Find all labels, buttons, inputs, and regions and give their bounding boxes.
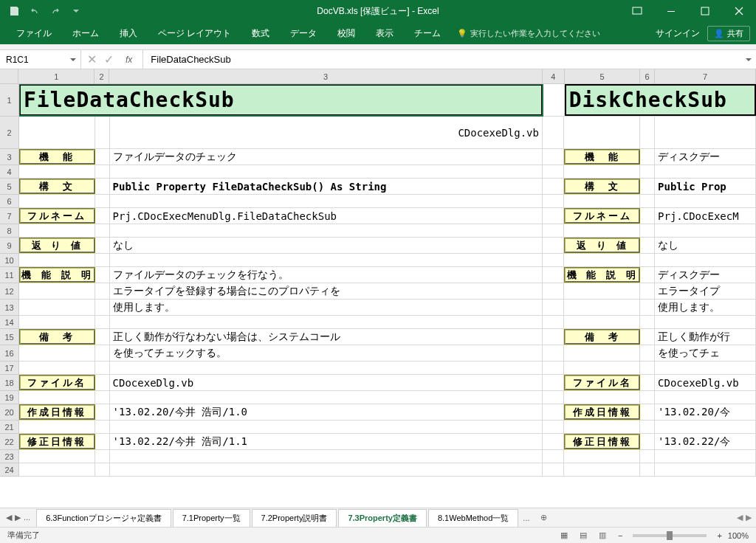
label2-fullname[interactable]: フルネーム bbox=[564, 208, 640, 224]
row-header[interactable]: 24 bbox=[0, 463, 18, 477]
cell[interactable] bbox=[640, 362, 655, 374]
row-header[interactable]: 18 bbox=[0, 375, 18, 391]
enter-icon[interactable]: ✓ bbox=[104, 52, 114, 66]
tab-formulas[interactable]: 数式 bbox=[241, 22, 280, 44]
tab-data[interactable]: データ bbox=[280, 22, 327, 44]
value-note[interactable]: 正しく動作が行なわない場合は、システムコール bbox=[110, 329, 543, 345]
cell[interactable] bbox=[110, 450, 543, 463]
cell[interactable] bbox=[640, 208, 655, 224]
label2-note[interactable]: 備 考 bbox=[564, 329, 640, 345]
row-header[interactable]: 15 bbox=[0, 329, 18, 345]
cell[interactable] bbox=[543, 195, 565, 207]
cell[interactable] bbox=[19, 450, 95, 463]
cell[interactable] bbox=[564, 195, 640, 207]
cell[interactable] bbox=[543, 267, 565, 283]
cell[interactable] bbox=[95, 224, 110, 237]
row-header[interactable]: 9 bbox=[0, 238, 18, 254]
row-header[interactable]: 3 bbox=[0, 149, 18, 165]
zoom-level[interactable]: 100% bbox=[728, 531, 749, 540]
view-normal-icon[interactable]: ▦ bbox=[554, 528, 574, 543]
sheet-tab[interactable]: 8.1WebMethod一覧 bbox=[428, 509, 518, 528]
cell[interactable] bbox=[640, 165, 655, 178]
tab-home[interactable]: ホーム bbox=[62, 22, 109, 44]
minimize-icon[interactable] bbox=[654, 0, 688, 22]
row-header[interactable]: 7 bbox=[0, 208, 18, 224]
cell[interactable] bbox=[95, 463, 110, 476]
zoom-thumb[interactable] bbox=[667, 531, 673, 540]
cell[interactable] bbox=[640, 463, 655, 476]
cell[interactable] bbox=[640, 391, 655, 404]
cell[interactable] bbox=[564, 345, 640, 361]
cell[interactable] bbox=[19, 391, 95, 404]
cell[interactable] bbox=[655, 165, 756, 178]
qat-dropdown-icon[interactable] bbox=[69, 4, 83, 18]
cell[interactable] bbox=[655, 391, 756, 404]
tab-insert[interactable]: 挿入 bbox=[109, 22, 148, 44]
row-header[interactable]: 8 bbox=[0, 224, 18, 238]
row-header[interactable]: 10 bbox=[0, 254, 18, 267]
cell[interactable] bbox=[564, 117, 640, 148]
label2-syntax[interactable]: 構 文 bbox=[564, 179, 640, 194]
cell[interactable] bbox=[95, 404, 110, 420]
cell[interactable] bbox=[110, 224, 543, 237]
cell[interactable] bbox=[640, 267, 655, 283]
cell[interactable] bbox=[543, 421, 565, 433]
cell[interactable] bbox=[543, 362, 565, 374]
cell[interactable] bbox=[564, 362, 640, 374]
label2-desc[interactable]: 機 能 説 明 bbox=[564, 267, 640, 283]
value-syntax[interactable]: Public Property FileDataCheckSub() As St… bbox=[110, 179, 543, 194]
cell[interactable] bbox=[640, 329, 655, 345]
cell[interactable] bbox=[564, 391, 640, 404]
cell[interactable] bbox=[110, 391, 543, 404]
signin-link[interactable]: サインイン bbox=[656, 27, 700, 40]
cell[interactable] bbox=[110, 254, 543, 266]
value-fullname[interactable]: Prj.CDocExecMenuDlg.FileDataCheckSub bbox=[110, 208, 543, 224]
cell[interactable] bbox=[543, 463, 565, 476]
add-sheet-icon[interactable]: ⊕ bbox=[535, 513, 553, 522]
label-created[interactable]: 作成日情報 bbox=[19, 404, 95, 420]
cell[interactable] bbox=[640, 316, 655, 328]
row-header[interactable]: 11 bbox=[0, 267, 18, 283]
row-header[interactable]: 20 bbox=[0, 404, 18, 421]
value2-desc[interactable]: ディスクデー bbox=[655, 267, 756, 283]
cell[interactable] bbox=[564, 283, 640, 299]
cell[interactable] bbox=[95, 329, 110, 345]
sheet-tab[interactable]: 6.3Functionプロシージャ定義書 bbox=[36, 509, 171, 528]
row-header[interactable]: 6 bbox=[0, 195, 18, 208]
cell[interactable] bbox=[543, 254, 565, 266]
cells-area[interactable]: FileDataCheckSubDiskCheckSubCDocexeDlg.v… bbox=[19, 84, 756, 508]
cell[interactable] bbox=[564, 421, 640, 433]
cell[interactable] bbox=[640, 345, 655, 361]
file-top[interactable]: CDocexeDlg.vb bbox=[110, 117, 543, 148]
cell[interactable] bbox=[19, 117, 95, 148]
cell[interactable] bbox=[543, 345, 565, 361]
cell[interactable] bbox=[95, 267, 110, 283]
save-icon[interactable] bbox=[7, 4, 21, 18]
cell[interactable] bbox=[655, 117, 756, 148]
cell[interactable] bbox=[19, 300, 95, 315]
row-header[interactable]: 2 bbox=[0, 117, 18, 149]
cell[interactable] bbox=[640, 434, 655, 449]
cell[interactable] bbox=[655, 463, 756, 476]
row-header[interactable]: 13 bbox=[0, 300, 18, 316]
cell[interactable] bbox=[543, 404, 565, 420]
cont[interactable]: を使ってチェックする。 bbox=[110, 345, 543, 361]
label-return[interactable]: 返 り 値 bbox=[19, 238, 95, 253]
cont2[interactable]: エラータイプ bbox=[655, 283, 756, 299]
cell[interactable] bbox=[95, 434, 110, 449]
cell[interactable] bbox=[640, 421, 655, 433]
cell[interactable] bbox=[640, 375, 655, 390]
cell[interactable] bbox=[564, 316, 640, 328]
title-cell-1[interactable]: FileDataCheckSub bbox=[19, 84, 543, 116]
cell[interactable] bbox=[95, 283, 110, 299]
cell[interactable] bbox=[655, 450, 756, 463]
hscroll-left-icon[interactable]: ◀ bbox=[737, 513, 743, 522]
row-header[interactable]: 12 bbox=[0, 283, 18, 300]
view-pagelayout-icon[interactable]: ▤ bbox=[574, 528, 593, 543]
col-header[interactable]: 3 bbox=[109, 69, 543, 83]
label2-func[interactable]: 機 能 bbox=[564, 149, 640, 165]
cell[interactable] bbox=[564, 165, 640, 178]
row-header[interactable]: 4 bbox=[0, 165, 18, 179]
col-header[interactable]: 4 bbox=[543, 69, 564, 83]
label-syntax[interactable]: 構 文 bbox=[19, 179, 95, 194]
